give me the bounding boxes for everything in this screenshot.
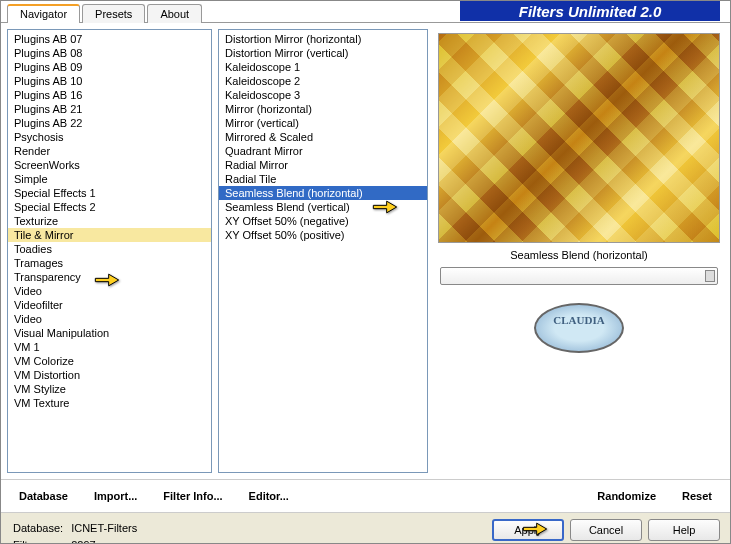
- tab-presets[interactable]: Presets: [82, 4, 145, 23]
- category-item[interactable]: Plugins AB 07: [8, 32, 211, 46]
- filter-item[interactable]: Mirror (horizontal): [219, 102, 427, 116]
- category-item[interactable]: VM Distortion: [8, 368, 211, 382]
- preview-image: [438, 33, 720, 243]
- filter-item[interactable]: XY Offset 50% (negative): [219, 214, 427, 228]
- preview-label: Seamless Blend (horizontal): [438, 243, 720, 265]
- category-item[interactable]: Psychosis: [8, 130, 211, 144]
- category-item[interactable]: Visual Manipulation: [8, 326, 211, 340]
- filter-info-button[interactable]: Filter Info...: [155, 486, 230, 506]
- toolbar: Database Import... Filter Info... Editor…: [1, 479, 730, 512]
- category-item[interactable]: Transparency: [8, 270, 211, 284]
- category-item[interactable]: Plugins AB 10: [8, 74, 211, 88]
- category-item[interactable]: VM Stylize: [8, 382, 211, 396]
- editor-button[interactable]: Editor...: [241, 486, 297, 506]
- filter-item[interactable]: Seamless Blend (horizontal): [219, 186, 427, 200]
- filter-item[interactable]: Kaleidoscope 1: [219, 60, 427, 74]
- filter-item[interactable]: Seamless Blend (vertical): [219, 200, 427, 214]
- filter-item[interactable]: Distortion Mirror (vertical): [219, 46, 427, 60]
- category-item[interactable]: VM Colorize: [8, 354, 211, 368]
- status-info: Database:ICNET-Filters Filters:2297: [11, 519, 139, 544]
- category-item[interactable]: Video: [8, 312, 211, 326]
- category-item[interactable]: Plugins AB 22: [8, 116, 211, 130]
- category-item[interactable]: Toadies: [8, 242, 211, 256]
- filter-item[interactable]: Mirror (vertical): [219, 116, 427, 130]
- category-item[interactable]: VM 1: [8, 340, 211, 354]
- param-slider[interactable]: [440, 267, 718, 285]
- category-item[interactable]: Special Effects 1: [8, 186, 211, 200]
- category-item[interactable]: Plugins AB 09: [8, 60, 211, 74]
- help-button[interactable]: Help: [648, 519, 720, 541]
- filter-item[interactable]: Distortion Mirror (horizontal): [219, 32, 427, 46]
- category-item[interactable]: Plugins AB 16: [8, 88, 211, 102]
- tab-navigator[interactable]: Navigator: [7, 4, 80, 23]
- filter-item[interactable]: Mirrored & Scaled: [219, 130, 427, 144]
- logo: CLAUDIA: [438, 293, 720, 363]
- cancel-button[interactable]: Cancel: [570, 519, 642, 541]
- category-item[interactable]: Videofilter: [8, 298, 211, 312]
- filter-item[interactable]: XY Offset 50% (positive): [219, 228, 427, 242]
- reset-button[interactable]: Reset: [674, 486, 720, 506]
- filter-item[interactable]: Kaleidoscope 3: [219, 88, 427, 102]
- filter-item[interactable]: Radial Mirror: [219, 158, 427, 172]
- category-item[interactable]: Tile & Mirror: [8, 228, 211, 242]
- filter-list[interactable]: Distortion Mirror (horizontal)Distortion…: [218, 29, 428, 473]
- database-button[interactable]: Database: [11, 486, 76, 506]
- apply-button[interactable]: Apply: [492, 519, 564, 541]
- category-list[interactable]: Plugins AB 07Plugins AB 08Plugins AB 09P…: [7, 29, 212, 473]
- app-title: Filters Unlimited 2.0: [460, 1, 720, 21]
- category-item[interactable]: Render: [8, 144, 211, 158]
- filter-item[interactable]: Kaleidoscope 2: [219, 74, 427, 88]
- category-item[interactable]: ScreenWorks: [8, 158, 211, 172]
- import-button[interactable]: Import...: [86, 486, 145, 506]
- category-item[interactable]: Simple: [8, 172, 211, 186]
- category-item[interactable]: Plugins AB 21: [8, 102, 211, 116]
- category-item[interactable]: Plugins AB 08: [8, 46, 211, 60]
- category-item[interactable]: Tramages: [8, 256, 211, 270]
- category-item[interactable]: Special Effects 2: [8, 200, 211, 214]
- randomize-button[interactable]: Randomize: [589, 486, 664, 506]
- tab-bar: NavigatorPresetsAbout: [7, 3, 204, 22]
- category-item[interactable]: Video: [8, 284, 211, 298]
- preview-panel: Seamless Blend (horizontal) CLAUDIA: [434, 29, 724, 473]
- filter-item[interactable]: Quadrant Mirror: [219, 144, 427, 158]
- category-item[interactable]: Texturize: [8, 214, 211, 228]
- tab-about[interactable]: About: [147, 4, 202, 23]
- category-item[interactable]: VM Texture: [8, 396, 211, 410]
- filter-item[interactable]: Radial Tile: [219, 172, 427, 186]
